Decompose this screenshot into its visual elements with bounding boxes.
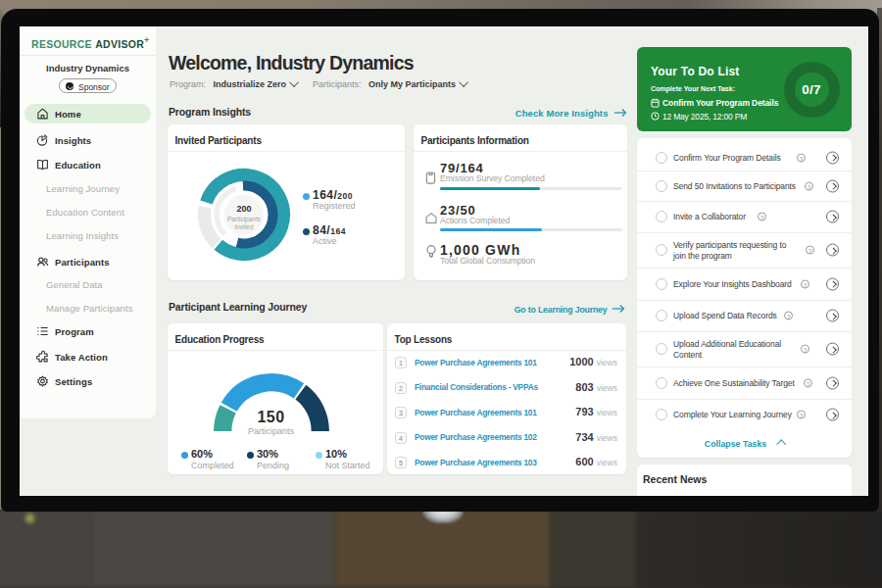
svg-text:Participants: Participants [227,216,262,223]
svg-text:200: 200 [236,204,251,214]
svg-text:Invited: Invited [234,223,254,230]
